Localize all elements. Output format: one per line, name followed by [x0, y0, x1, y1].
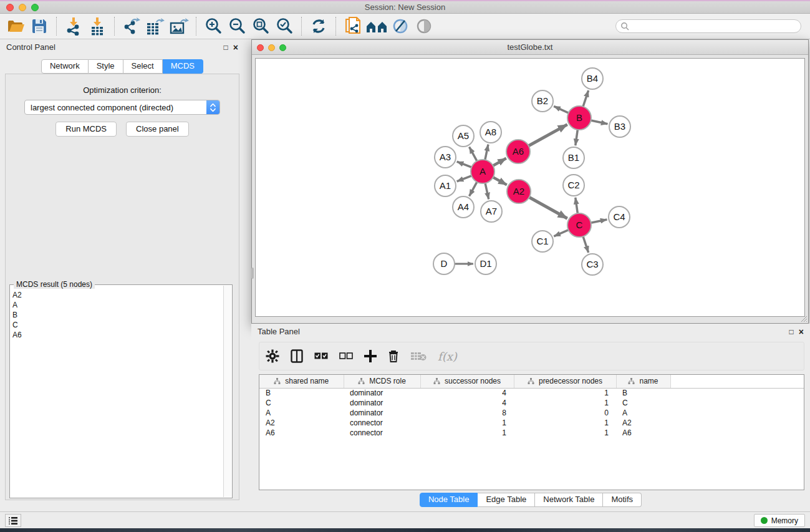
- tab-select[interactable]: Select: [123, 59, 163, 74]
- table-cell[interactable]: B: [259, 388, 344, 398]
- table-row[interactable]: A6connector11A6: [259, 428, 804, 438]
- select-all-icon[interactable]: [314, 346, 328, 367]
- table-cell[interactable]: 1: [420, 418, 514, 428]
- table-row[interactable]: A2connector11A2: [259, 418, 804, 428]
- zoom-network-window-button[interactable]: [279, 44, 286, 51]
- column-header[interactable]: MCDS role: [344, 375, 420, 388]
- table-cell[interactable]: 4: [420, 388, 514, 398]
- table-cell[interactable]: A6: [616, 428, 670, 438]
- delete-icon[interactable]: [388, 346, 399, 367]
- canvas-vertical-scrollbar[interactable]: [251, 268, 254, 279]
- network-canvas[interactable]: B4B2BB3A8A5A6A3B1AA1C2A2A4A7C4CC1C3DD1: [255, 58, 805, 317]
- table-cell[interactable]: 8: [420, 408, 514, 418]
- first-neighbors-icon[interactable]: [365, 16, 388, 37]
- column-header[interactable]: shared name: [259, 375, 344, 388]
- criterion-dropdown[interactable]: largest connected component (directed): [24, 100, 220, 115]
- graph-node-C1[interactable]: C1: [532, 231, 553, 252]
- result-item[interactable]: A2: [12, 290, 223, 300]
- zoom-fit-icon[interactable]: [249, 16, 272, 37]
- graph-node-C3[interactable]: C3: [582, 254, 603, 275]
- result-item[interactable]: A6: [12, 330, 223, 340]
- close-table-panel-icon[interactable]: ×: [799, 327, 804, 336]
- graph-node-A8[interactable]: A8: [480, 122, 501, 143]
- table-cell[interactable]: connector: [344, 418, 420, 428]
- export-image-icon[interactable]: [167, 16, 191, 37]
- table-cell[interactable]: 1: [514, 388, 616, 398]
- table-tab-edge-table[interactable]: Edge Table: [478, 493, 535, 507]
- minimize-window-button[interactable]: [19, 4, 26, 11]
- search-input[interactable]: [615, 19, 801, 33]
- table-cell[interactable]: C: [616, 398, 670, 408]
- table-cell[interactable]: B: [616, 388, 670, 398]
- graph-node-B3[interactable]: B3: [609, 116, 630, 137]
- column-header[interactable]: predecessor nodes: [514, 375, 616, 388]
- delete-table-icon[interactable]: [410, 346, 427, 367]
- run-mcds-button[interactable]: Run MCDS: [55, 122, 117, 137]
- close-panel-button[interactable]: Close panel: [126, 122, 189, 137]
- deselect-all-icon[interactable]: [339, 346, 353, 367]
- graph-node-B1[interactable]: B1: [563, 147, 584, 168]
- table-cell[interactable]: dominator: [344, 398, 420, 408]
- result-item[interactable]: C: [12, 320, 223, 330]
- table-body[interactable]: Bdominator41BCdominator41CAdominator80AA…: [259, 388, 804, 438]
- graph-node-C4[interactable]: C4: [609, 206, 630, 228]
- minimize-network-window-button[interactable]: [268, 44, 275, 51]
- tab-network[interactable]: Network: [41, 59, 89, 74]
- graph-node-A5[interactable]: A5: [453, 125, 474, 147]
- table-tab-motifs[interactable]: Motifs: [603, 493, 642, 507]
- table-cell[interactable]: 1: [514, 398, 616, 408]
- result-item[interactable]: A: [12, 300, 223, 310]
- table-row[interactable]: Adominator80A: [259, 408, 804, 418]
- resize-grip-icon[interactable]: [800, 315, 808, 322]
- zoom-selected-icon[interactable]: [272, 16, 296, 37]
- gear-icon[interactable]: [266, 346, 279, 367]
- table-cell[interactable]: 4: [420, 398, 514, 408]
- graph-node-D1[interactable]: D1: [475, 253, 496, 274]
- graph-node-A2[interactable]: A2: [507, 180, 531, 203]
- table-cell[interactable]: 0: [514, 408, 616, 418]
- table-row[interactable]: Cdominator41C: [259, 398, 804, 408]
- columns-icon[interactable]: [291, 346, 303, 367]
- graph-node-A7[interactable]: A7: [481, 201, 502, 222]
- hide-details-icon[interactable]: [388, 16, 412, 37]
- show-panels-button[interactable]: [5, 514, 21, 527]
- import-table-icon[interactable]: [85, 16, 109, 37]
- show-details-icon[interactable]: [412, 16, 436, 37]
- add-icon[interactable]: [364, 346, 377, 367]
- float-table-panel-icon[interactable]: □: [789, 328, 794, 336]
- save-session-icon[interactable]: [27, 16, 51, 37]
- refresh-icon[interactable]: [307, 16, 330, 37]
- zoom-window-button[interactable]: [31, 4, 39, 11]
- table-cell[interactable]: connector: [344, 428, 420, 438]
- table-cell[interactable]: dominator: [344, 388, 420, 398]
- table-cell[interactable]: A: [259, 408, 344, 418]
- import-network-icon[interactable]: [62, 16, 85, 37]
- tab-style[interactable]: Style: [89, 59, 123, 74]
- table-tab-node-table[interactable]: Node Table: [420, 493, 478, 507]
- column-header[interactable]: successor nodes: [420, 375, 514, 388]
- zoom-out-icon[interactable]: [225, 16, 249, 37]
- table-cell[interactable]: 1: [514, 428, 616, 438]
- zoom-in-icon[interactable]: [201, 16, 225, 37]
- close-panel-icon[interactable]: ×: [233, 43, 238, 52]
- float-panel-icon[interactable]: □: [224, 44, 228, 51]
- table-cell[interactable]: C: [259, 398, 344, 408]
- open-file-icon[interactable]: [4, 16, 27, 37]
- table-cell[interactable]: dominator: [344, 408, 420, 418]
- export-network-icon[interactable]: [120, 16, 143, 37]
- mcds-result-list[interactable]: A2ABCA6: [12, 290, 223, 496]
- table-header-row[interactable]: shared nameMCDS rolesuccessor nodesprede…: [259, 375, 804, 388]
- graph-node-A[interactable]: A: [471, 160, 494, 183]
- table-cell[interactable]: A: [616, 408, 670, 418]
- table-cell[interactable]: A6: [259, 428, 344, 438]
- network-window-titlebar[interactable]: testGlobe.txt: [252, 40, 808, 55]
- table-cell[interactable]: 1: [514, 418, 616, 428]
- result-scrollbar[interactable]: [223, 286, 231, 497]
- graph-node-C2[interactable]: C2: [563, 175, 584, 196]
- table-row[interactable]: Bdominator41B: [259, 388, 804, 398]
- graph-node-B2[interactable]: B2: [532, 90, 553, 112]
- graph-node-A6[interactable]: A6: [506, 140, 530, 163]
- graph-node-A3[interactable]: A3: [435, 147, 456, 168]
- graph-node-A1[interactable]: A1: [435, 175, 456, 196]
- export-table-icon[interactable]: [143, 16, 167, 37]
